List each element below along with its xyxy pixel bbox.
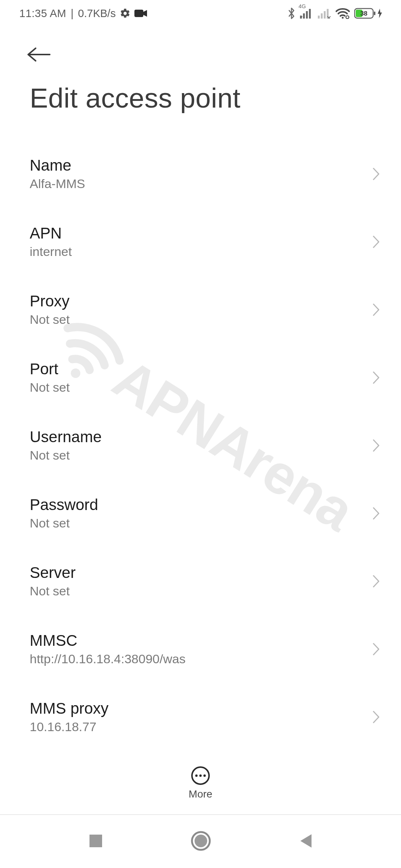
- row-value: http://10.16.18.4:38090/was: [30, 652, 186, 666]
- signal-no-sim-icon: [318, 8, 331, 19]
- svg-rect-14: [374, 11, 375, 15]
- row-value: internet: [30, 244, 72, 259]
- row-label: APN: [30, 224, 72, 242]
- row-mms-proxy[interactable]: MMS proxy 10.16.18.77: [30, 683, 380, 751]
- status-time: 11:35 AM: [19, 7, 66, 20]
- row-label: Username: [30, 428, 102, 446]
- svg-point-16: [195, 774, 198, 776]
- svg-rect-4: [306, 11, 308, 19]
- status-bar: 11:35 AM | 0.7KB/s 4G 38: [0, 0, 401, 27]
- svg-rect-1: [134, 10, 143, 17]
- row-value: Not set: [30, 584, 76, 598]
- svg-rect-5: [309, 9, 311, 19]
- row-username[interactable]: Username Not set: [30, 411, 380, 479]
- more-icon: [191, 766, 210, 785]
- row-value: Not set: [30, 380, 70, 395]
- page-title: Edit access point: [0, 71, 401, 125]
- row-label: Server: [30, 564, 76, 582]
- chevron-right-icon: [372, 506, 380, 520]
- row-name[interactable]: Name Alfa-MMS: [30, 140, 380, 208]
- row-port[interactable]: Port Not set: [30, 343, 380, 411]
- chevron-right-icon: [372, 167, 380, 181]
- video-camera-icon: [134, 9, 147, 18]
- row-value: Not set: [30, 448, 102, 463]
- system-nav-bar: [0, 814, 401, 868]
- row-label: Password: [30, 496, 98, 514]
- status-net-speed: 0.7KB/s: [78, 7, 116, 20]
- more-label: More: [189, 788, 212, 800]
- svg-point-21: [195, 835, 207, 847]
- chevron-right-icon: [372, 710, 380, 724]
- nav-recents-button[interactable]: [88, 833, 104, 850]
- nav-back-button[interactable]: [298, 833, 313, 851]
- bottom-toolbar: More: [0, 753, 401, 812]
- row-server[interactable]: Server Not set: [30, 547, 380, 615]
- row-label: MMSC: [30, 632, 186, 650]
- row-label: MMS proxy: [30, 700, 108, 717]
- row-proxy[interactable]: Proxy Not set: [30, 276, 380, 343]
- chevron-right-icon: [372, 438, 380, 453]
- chevron-right-icon: [372, 574, 380, 588]
- row-password[interactable]: Password Not set: [30, 479, 380, 547]
- chevron-right-icon: [372, 235, 380, 249]
- chevron-right-icon: [372, 642, 380, 656]
- row-label: Name: [30, 157, 85, 174]
- svg-rect-7: [321, 13, 323, 19]
- row-apn[interactable]: APN internet: [30, 208, 380, 276]
- svg-rect-19: [89, 835, 102, 847]
- gear-icon: [120, 8, 131, 19]
- row-label: Proxy: [30, 292, 70, 310]
- chevron-right-icon: [372, 303, 380, 317]
- svg-point-10: [342, 17, 343, 19]
- status-divider: |: [71, 7, 74, 20]
- row-label: Port: [30, 360, 70, 378]
- row-value: Alfa-MMS: [30, 177, 85, 191]
- battery-icon: 38: [354, 8, 382, 19]
- more-button[interactable]: More: [189, 766, 212, 800]
- wifi-icon: [336, 8, 350, 19]
- row-value: 10.16.18.77: [30, 720, 108, 734]
- bluetooth-icon: [287, 7, 296, 20]
- charging-bolt-icon: [377, 9, 382, 18]
- svg-rect-6: [318, 16, 320, 19]
- svg-point-17: [199, 774, 202, 776]
- chevron-right-icon: [372, 371, 380, 385]
- row-value: Not set: [30, 516, 98, 530]
- svg-rect-3: [303, 13, 305, 19]
- row-value: Not set: [30, 312, 70, 327]
- svg-point-18: [203, 774, 206, 776]
- svg-rect-8: [324, 11, 326, 19]
- nav-home-button[interactable]: [191, 831, 211, 852]
- battery-pct-text: 38: [361, 10, 368, 17]
- row-mmsc[interactable]: MMSC http://10.16.18.4:38090/was: [30, 615, 380, 683]
- signal-4g-icon: 4G: [300, 8, 313, 19]
- back-button[interactable]: [26, 46, 53, 63]
- settings-list: Name Alfa-MMS APN internet Proxy Not set…: [0, 125, 401, 751]
